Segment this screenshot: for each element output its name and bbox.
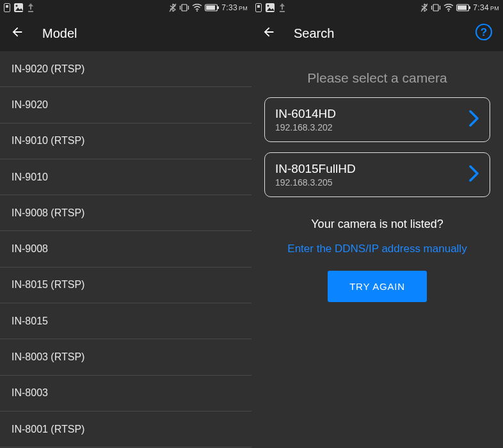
status-bar: 7:34PM (252, 0, 503, 15)
list-item[interactable]: IN-9020 (0, 87, 252, 123)
svg-rect-24 (469, 6, 470, 9)
wifi-icon (443, 4, 454, 12)
svg-rect-14 (257, 5, 260, 8)
chevron-right-icon (469, 110, 479, 129)
list-item[interactable]: IN-9008 (0, 231, 252, 267)
svg-point-9 (196, 10, 198, 12)
image-icon (14, 3, 23, 12)
camera-card[interactable]: IN-8015FullHD 192.168.3.205 (264, 152, 490, 197)
screen-search: 7:34PM Search ? Please select a camera I… (252, 0, 503, 448)
back-button[interactable] (262, 25, 276, 42)
svg-rect-17 (280, 11, 285, 12)
manual-entry-link[interactable]: Enter the DDNS/IP address manually (287, 243, 467, 255)
select-camera-prompt: Please select a camera (307, 70, 447, 86)
svg-point-16 (267, 5, 269, 7)
svg-rect-6 (182, 4, 187, 11)
battery-icon (456, 4, 470, 12)
list-item[interactable]: IN-8003 (0, 376, 252, 412)
upload-icon (27, 3, 35, 12)
app-bar: Search ? (252, 15, 503, 51)
battery-icon (205, 4, 219, 12)
list-item[interactable]: IN-9020 (RTSP) (0, 51, 252, 87)
list-item[interactable]: IN-8015 (RTSP) (0, 268, 252, 303)
try-again-button[interactable]: TRY AGAIN (328, 271, 427, 302)
camera-card[interactable]: IN-6014HD 192.168.3.202 (264, 97, 490, 142)
camera-name: IN-8015FullHD (275, 162, 356, 176)
svg-text:?: ? (481, 26, 487, 38)
wifi-icon (192, 4, 202, 12)
app-bar: Model (0, 15, 252, 51)
page-title: Model (42, 26, 77, 41)
status-time: 7:33PM (221, 3, 248, 12)
list-item[interactable]: IN-9010 (0, 159, 252, 195)
sim-icon (4, 3, 10, 12)
vibrate-icon (179, 4, 189, 12)
svg-rect-12 (206, 6, 215, 10)
camera-ip: 192.168.3.202 (275, 122, 336, 132)
list-item[interactable]: IN-8015 (0, 303, 252, 339)
svg-rect-19 (433, 4, 438, 11)
list-item[interactable]: IN-9010 (RTSP) (0, 124, 252, 159)
svg-point-3 (16, 5, 18, 7)
camera-name: IN-6014HD (275, 107, 336, 121)
list-item[interactable]: IN-8003 (RTSP) (0, 339, 252, 375)
svg-rect-1 (6, 5, 8, 8)
help-button[interactable]: ? (475, 23, 493, 44)
status-bar: 7:33PM (0, 0, 252, 15)
list-item[interactable]: IN-9008 (RTSP) (0, 195, 252, 231)
bluetooth-off-icon (420, 3, 428, 12)
chevron-right-icon (469, 165, 479, 184)
model-list[interactable]: IN-9020 (RTSP) IN-9020 IN-9010 (RTSP) IN… (0, 51, 252, 448)
svg-point-22 (448, 10, 449, 12)
not-listed-text: Your camera is not listed? (311, 218, 443, 231)
svg-rect-4 (28, 11, 33, 12)
status-time: 7:34PM (473, 3, 499, 12)
svg-rect-25 (458, 6, 467, 10)
camera-ip: 192.168.3.205 (275, 177, 356, 188)
list-item[interactable]: IN-8001 (RTSP) (0, 412, 252, 447)
page-title: Search (294, 26, 334, 41)
vibrate-icon (431, 4, 441, 12)
bluetooth-off-icon (169, 3, 177, 12)
screen-model: 7:33PM Model IN-9020 (RTSP) IN-9020 IN-9… (0, 0, 252, 448)
sim-icon (255, 3, 262, 12)
svg-rect-11 (218, 6, 219, 9)
upload-icon (278, 3, 286, 12)
back-button[interactable] (10, 25, 24, 42)
image-icon (266, 3, 275, 12)
search-body: Please select a camera IN-6014HD 192.168… (252, 51, 503, 448)
